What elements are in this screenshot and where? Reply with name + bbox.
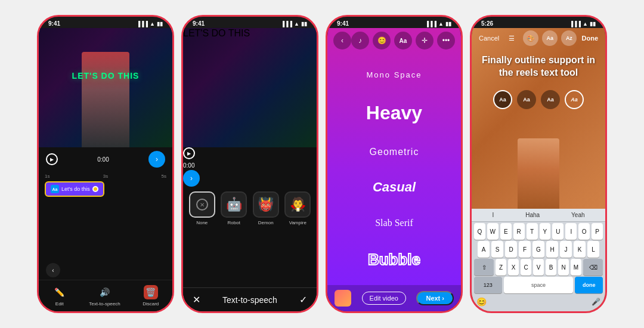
key-m[interactable]: M <box>571 259 581 276</box>
font-style-row-4: Aa Aa Aa Aa <box>472 85 605 114</box>
key-done[interactable]: done <box>575 277 603 293</box>
key-123[interactable]: 123 <box>474 277 502 293</box>
font-mono-space[interactable]: Mono Space <box>367 69 422 80</box>
toolbar-icons-3: ♪ 😊 Aa ✛ ••• <box>351 32 455 49</box>
font-style-plain[interactable]: Aa <box>517 90 536 109</box>
sticker-icon-3[interactable]: 😊 <box>373 32 391 49</box>
wifi-icon-3: ▲ <box>438 21 444 27</box>
play-button-1[interactable]: ▶ <box>46 153 58 165</box>
key-b[interactable]: B <box>546 259 556 276</box>
suggestion-haha[interactable]: Haha <box>525 212 540 218</box>
music-icon-3[interactable]: ♪ <box>351 32 369 49</box>
font-slab[interactable]: Slab Serif <box>375 218 413 228</box>
kb-row-4: 123 space done <box>474 277 603 293</box>
font-heavy[interactable]: Heavy <box>366 102 422 124</box>
font-style-italic[interactable]: Aa <box>565 90 584 109</box>
mic-button[interactable]: 🎤 <box>592 298 600 306</box>
next-btn-3[interactable]: Next › <box>416 291 454 305</box>
key-d[interactable]: D <box>505 241 517 258</box>
key-f[interactable]: F <box>519 241 531 258</box>
suggestion-yeah[interactable]: Yeah <box>571 212 584 218</box>
speech-none[interactable]: ✕ None <box>188 191 216 225</box>
font-style-outline[interactable]: Aa <box>493 90 512 109</box>
text-clip-1[interactable]: Aa Let's do this <box>45 181 104 197</box>
color-icon-4[interactable]: 🎨 <box>523 30 538 46</box>
edit-icon-1: ✏️ <box>52 285 67 299</box>
font-az-icon-4[interactable]: Az <box>561 30 577 46</box>
key-x[interactable]: X <box>508 259 519 276</box>
key-w[interactable]: W <box>487 223 499 240</box>
controls-bar-2: ▶ 0:00 › <box>183 147 317 187</box>
signal-icon-4: ▐▐▐ <box>569 21 581 27</box>
key-i[interactable]: I <box>565 223 577 240</box>
more-icon-3[interactable]: ••• <box>437 32 455 49</box>
key-e[interactable]: E <box>500 223 512 240</box>
back-icon-3[interactable]: ‹ <box>333 32 351 49</box>
cancel-button-4[interactable]: Cancel <box>479 35 499 42</box>
font-casual[interactable]: Casual <box>373 180 416 195</box>
move-icon-3[interactable]: ✛ <box>416 32 434 49</box>
profile-thumb-3 <box>335 290 351 307</box>
emoji-button[interactable]: 😊 <box>476 297 487 307</box>
clip-marker-1 <box>92 186 98 192</box>
phone3-toolbar: ‹ ♪ 😊 Aa ✛ ••• <box>327 28 461 53</box>
key-g[interactable]: G <box>532 241 544 258</box>
play-button-2[interactable]: ▶ <box>183 147 195 159</box>
next-arrow-1[interactable]: › <box>148 151 165 168</box>
time-4: 5:26 <box>481 20 493 27</box>
discard-tool-1[interactable]: 🗑️ Discard <box>143 285 159 307</box>
tts-check-btn[interactable]: ✓ <box>299 294 307 305</box>
signal-icon-1: ▐▐▐ <box>137 21 148 27</box>
font-bubble[interactable]: Bubble <box>368 250 420 269</box>
status-bar-4: 5:26 ▐▐▐ ▲ ▮▮ <box>472 17 605 28</box>
font-aa-icon-4[interactable]: Aa <box>542 30 558 46</box>
key-k[interactable]: K <box>574 241 586 258</box>
key-a[interactable]: A <box>478 241 490 258</box>
key-backspace[interactable]: ⌫ <box>583 259 603 276</box>
key-v[interactable]: V <box>533 259 544 276</box>
top-icons-4: ☰ 🎨 Aa Az <box>504 30 577 46</box>
speech-demon[interactable]: 👹 Demon <box>252 191 280 225</box>
menu-icon-4[interactable]: ☰ <box>504 30 519 46</box>
key-u[interactable]: U <box>552 223 564 240</box>
edit-tool-1[interactable]: ✏️ Edit <box>52 285 67 307</box>
key-q[interactable]: Q <box>474 223 485 240</box>
next-arrow-2[interactable]: › <box>183 170 200 187</box>
done-button-4[interactable]: Done <box>582 35 599 42</box>
suggestion-i[interactable]: I <box>492 212 494 218</box>
key-n[interactable]: N <box>558 259 569 276</box>
status-icons-1: ▐▐▐ ▲ ▮▮ <box>137 21 163 27</box>
phone4-content: Cancel ☰ 🎨 Aa Az Done Finally outline su… <box>472 28 605 311</box>
key-p[interactable]: P <box>592 223 603 240</box>
key-o[interactable]: O <box>578 223 590 240</box>
key-y[interactable]: Y <box>540 223 551 240</box>
video-text-1: LET'S DO THIS <box>72 71 140 81</box>
font-geometric[interactable]: Geometric <box>370 147 419 157</box>
edit-video-btn[interactable]: Edit video <box>362 292 406 305</box>
text-icon-3[interactable]: Aa <box>394 32 412 49</box>
key-t[interactable]: T <box>527 223 538 240</box>
font-list: Mono Space Heavy Geometric Casual Slab S… <box>327 53 461 285</box>
key-shift[interactable]: ⇧ <box>474 259 494 276</box>
key-h[interactable]: H <box>546 241 558 258</box>
key-c[interactable]: C <box>521 259 531 276</box>
key-z[interactable]: Z <box>496 259 506 276</box>
kb-bottom-row: 😊 🎤 <box>472 295 605 309</box>
font-style-shadow[interactable]: Aa <box>541 90 560 109</box>
tts-label-1: Text-to-speech <box>89 301 120 307</box>
key-space[interactable]: space <box>504 277 574 293</box>
tts-x-btn[interactable]: ✕ <box>193 294 200 305</box>
nav-left-1[interactable]: ‹ <box>46 263 60 277</box>
wifi-icon-2: ▲ <box>294 21 299 27</box>
key-j[interactable]: J <box>560 241 572 258</box>
battery-icon-2: ▮▮ <box>301 21 307 27</box>
tts-tool-1[interactable]: 🔊 Text-to-speech <box>89 285 120 307</box>
key-s[interactable]: S <box>491 241 503 258</box>
speech-vampire[interactable]: 🧛 Vampire <box>284 191 312 225</box>
figure-1 <box>82 52 129 147</box>
phone3-bottom-bar: Edit video Next › <box>327 285 461 311</box>
speech-vampire-avatar: 🧛 <box>284 191 311 218</box>
key-l[interactable]: L <box>587 241 599 258</box>
speech-robot[interactable]: 🤖 Robot <box>220 191 249 225</box>
key-r[interactable]: R <box>513 223 525 240</box>
